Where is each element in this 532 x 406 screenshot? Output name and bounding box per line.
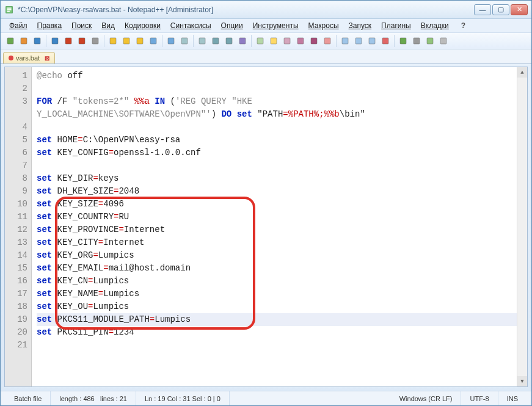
- code-line[interactable]: set KEY_PROVINCE=Internet: [37, 223, 525, 236]
- maximize-button[interactable]: ▢: [492, 4, 509, 15]
- scroll-down-icon[interactable]: ▼: [517, 376, 527, 386]
- code-line[interactable]: set HOME=C:\OpenVPN\easy-rsa: [37, 134, 525, 147]
- code-area[interactable]: @echo off FOR /F "tokens=2*" %%a IN ('RE…: [32, 67, 527, 386]
- menu-button[interactable]: [437, 35, 450, 47]
- menu-run[interactable]: Запуск: [345, 20, 376, 31]
- svg-rect-24: [297, 38, 304, 44]
- wrap-button[interactable]: [254, 35, 266, 47]
- close-all-button[interactable]: [76, 35, 88, 47]
- svg-rect-26: [324, 38, 330, 44]
- code-line[interactable]: set KEY_NAME=Lumpics: [37, 288, 525, 300]
- svg-rect-32: [414, 38, 420, 44]
- zoom-out-button[interactable]: [223, 35, 235, 47]
- undo-button[interactable]: [147, 35, 159, 47]
- svg-rect-17: [199, 38, 205, 44]
- folder-button[interactable]: [308, 35, 320, 47]
- code-line[interactable]: set PKCS11_MODULE_PATH=Lumpics: [37, 313, 525, 326]
- code-line[interactable]: set KEY_COUNTRY=RU: [37, 211, 525, 223]
- find-button[interactable]: [178, 35, 191, 47]
- scroll-up-icon[interactable]: ▲: [517, 67, 527, 78]
- paste-button[interactable]: [134, 35, 146, 47]
- svg-rect-14: [150, 38, 156, 44]
- code-line[interactable]: set KEY_CITY=Internet: [37, 236, 525, 249]
- indent-button[interactable]: [281, 35, 293, 47]
- code-line[interactable]: [37, 121, 525, 134]
- svg-rect-7: [52, 38, 58, 44]
- minimize-button[interactable]: —: [474, 4, 491, 15]
- doc2-button[interactable]: [352, 35, 365, 47]
- menu-macro[interactable]: Макросы: [305, 20, 343, 31]
- save-button[interactable]: [31, 35, 43, 47]
- menu-file[interactable]: Файл: [5, 20, 31, 31]
- macro-button[interactable]: [424, 35, 436, 47]
- menu-encoding[interactable]: Кодировки: [121, 20, 164, 31]
- status-position: Ln : 19 Col : 31 Sel : 0 | 0: [136, 391, 230, 405]
- tab-close-icon[interactable]: ⊠: [45, 55, 49, 62]
- unsaved-dot-icon: [9, 56, 13, 60]
- fn-button[interactable]: [321, 35, 333, 47]
- open-button[interactable]: [18, 35, 30, 47]
- toolbar: [1, 32, 531, 49]
- code-line[interactable]: [37, 82, 525, 95]
- code-line[interactable]: [37, 339, 525, 352]
- play-button[interactable]: [397, 35, 409, 47]
- menu-tools[interactable]: Инструменты: [249, 20, 302, 31]
- new-button[interactable]: [4, 35, 16, 47]
- doc1-button[interactable]: [339, 35, 351, 47]
- menu-search[interactable]: Поиск: [68, 20, 95, 31]
- code-line[interactable]: set KEY_ORG=Lumpics: [37, 249, 525, 262]
- svg-rect-34: [440, 38, 446, 44]
- rec-button[interactable]: [379, 35, 392, 47]
- zoom-in-button[interactable]: [210, 35, 222, 47]
- vertical-scrollbar[interactable]: ▲ ▼: [517, 67, 527, 386]
- close-button[interactable]: [62, 35, 75, 47]
- window-title: *C:\OpenVPN\easy-rsa\vars.bat - Notepad+…: [18, 5, 474, 14]
- ws-button[interactable]: [268, 35, 280, 47]
- redo-button[interactable]: [165, 35, 177, 47]
- status-language: Batch file: [5, 391, 51, 405]
- menu-view[interactable]: Вид: [98, 20, 118, 31]
- copy-button[interactable]: [120, 35, 133, 47]
- lang-button[interactable]: [294, 35, 307, 47]
- sync-button[interactable]: [236, 35, 249, 47]
- code-line[interactable]: FOR /F "tokens=2*" %%a IN ('REG QUERY "H…: [37, 95, 525, 108]
- titlebar[interactable]: *C:\OpenVPN\easy-rsa\vars.bat - Notepad+…: [1, 1, 531, 19]
- close-button[interactable]: ✕: [511, 4, 528, 15]
- replace-button[interactable]: [196, 35, 208, 47]
- tab-label: vars.bat: [16, 54, 40, 62]
- code-line[interactable]: set KEY_OU=Lumpics: [37, 300, 525, 313]
- menu-edit[interactable]: Правка: [34, 20, 66, 31]
- stop-button[interactable]: [410, 35, 423, 47]
- print-button[interactable]: [89, 35, 101, 47]
- svg-rect-22: [271, 38, 277, 44]
- menu-window[interactable]: Вкладки: [417, 20, 453, 31]
- code-line[interactable]: set KEY_DIR=keys: [37, 172, 525, 185]
- cut-button[interactable]: [107, 35, 119, 47]
- save-all-button[interactable]: [49, 35, 61, 47]
- tab-vars-bat[interactable]: vars.bat ⊠: [3, 52, 55, 63]
- app-icon: [4, 5, 14, 15]
- status-encoding: UTF-8: [461, 391, 498, 405]
- app-window: *C:\OpenVPN\easy-rsa\vars.bat - Notepad+…: [0, 0, 532, 406]
- code-line[interactable]: Y_LOCAL_MACHINE\SOFTWARE\OpenVPN"') DO s…: [37, 108, 525, 121]
- code-line[interactable]: set KEY_CONFIG=openssl-1.0.0.cnf: [37, 147, 525, 159]
- svg-rect-4: [7, 38, 13, 44]
- line-number-gutter: 123456789101112131415161718192021: [5, 67, 32, 386]
- menu-plugins[interactable]: Плагины: [377, 20, 415, 31]
- code-line[interactable]: set KEY_EMAIL=mail@host.domain: [37, 262, 525, 275]
- menu-settings[interactable]: Опции: [217, 20, 247, 31]
- code-line[interactable]: set KEY_CN=Lumpics: [37, 275, 525, 288]
- status-length: length : 486 lines : 21: [51, 391, 136, 405]
- svg-rect-18: [213, 38, 219, 44]
- statusbar: Batch file length : 486 lines : 21 Ln : …: [1, 391, 531, 405]
- code-line[interactable]: set PKCS11_PIN=1234: [37, 326, 525, 339]
- code-line[interactable]: set DH_KEY_SIZE=2048: [37, 185, 525, 198]
- menu-language[interactable]: Синтаксисы: [167, 20, 215, 31]
- code-line[interactable]: set KEY_SIZE=4096: [37, 198, 525, 211]
- svg-rect-21: [257, 38, 263, 44]
- menu-help[interactable]: ?: [457, 20, 469, 31]
- compare-button[interactable]: [366, 35, 378, 47]
- svg-rect-2: [7, 9, 12, 10]
- code-line[interactable]: @echo off: [37, 70, 525, 82]
- code-line[interactable]: [37, 159, 525, 172]
